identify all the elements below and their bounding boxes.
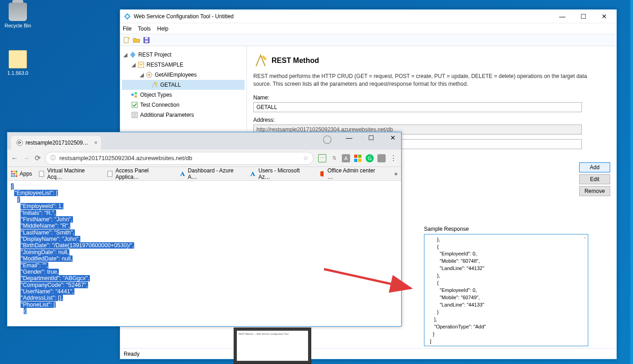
tree-root[interactable]: ◢ REST Project [122, 50, 245, 60]
sample-response-box[interactable]: ˄ }, { "EmployeeId": 0, "Mobile": "60748… [424, 234, 588, 346]
ext-icon-windows[interactable] [354, 154, 362, 162]
method-group-icon [146, 71, 153, 78]
bookmark-dashboard[interactable]: Dashboard - Azure A… [179, 167, 244, 180]
menu-file[interactable]: File [123, 26, 131, 32]
svg-point-28 [13, 175, 15, 177]
bookmark-label: Office Admin center … [327, 167, 382, 180]
reload-icon[interactable]: ⟳ [35, 154, 41, 162]
chrome-close-button[interactable]: ✕ [387, 134, 399, 144]
taskbar-preview[interactable]: REST Method — Web Service Configuration … [234, 328, 311, 364]
bookmark-vm[interactable]: Virtual Machine Acq… [38, 167, 100, 180]
back-icon[interactable]: ← [11, 154, 18, 162]
chrome-tabstrip[interactable]: ⟳ restsample2017102509… × ◯ — ☐ ✕ [7, 132, 401, 150]
tree-label: RESTSAMPLE [146, 62, 183, 68]
ext-icon-green-box[interactable]: ⋯ [318, 154, 326, 162]
ext-icon-a[interactable]: A [342, 154, 350, 162]
page-icon [38, 171, 45, 177]
menubar: File Tools Help [120, 23, 617, 34]
maximize-button[interactable]: ☐ [573, 10, 594, 23]
azure-icon [179, 171, 186, 177]
svg-rect-17 [354, 155, 357, 158]
titlebar[interactable]: Web Service Configuration Tool - Untitle… [120, 10, 617, 23]
remove-button[interactable]: Remove [579, 186, 610, 196]
project-icon [129, 51, 136, 58]
bookmark-label: Dashboard - Azure A… [188, 167, 244, 180]
tree-sample[interactable]: ◢ RESTSAMPLE [122, 60, 245, 70]
svg-point-29 [16, 175, 17, 177]
sample-icon [137, 61, 145, 68]
bookmark-users[interactable]: Users - Microsoft Az… [250, 167, 312, 180]
svg-rect-10 [135, 92, 137, 94]
additional-params-icon [131, 111, 138, 119]
name-label: Name: [253, 94, 610, 101]
edit-button[interactable]: Edit [579, 174, 610, 184]
tree-label: REST Project [138, 52, 171, 58]
ext-icon-flow[interactable]: ⇅ [330, 154, 338, 162]
svg-rect-5 [145, 37, 148, 39]
svg-point-27 [11, 175, 13, 177]
bookmark-apps[interactable]: Apps [11, 171, 32, 177]
bookmark-label: Access Panel Applica… [115, 167, 173, 180]
tree-getallemployees[interactable]: ◢ GetAllEmployees [122, 70, 245, 80]
svg-rect-31 [108, 171, 112, 177]
chrome-maximize-button[interactable]: ☐ [365, 134, 377, 144]
expand-arrow-icon[interactable]: ◢ [138, 72, 145, 78]
svg-rect-30 [39, 171, 44, 177]
chrome-menu-icon[interactable]: ⋮ [389, 154, 398, 162]
name-input[interactable] [253, 102, 582, 112]
expand-arrow-icon[interactable]: ◢ [130, 62, 136, 68]
bookmark-overflow[interactable]: » [394, 171, 398, 177]
tree-label: GetAllEmployees [155, 72, 197, 78]
scroll-up-icon[interactable]: ˄ [584, 236, 586, 243]
bookmark-office[interactable]: Office Admin center … [319, 167, 382, 180]
tab-close-icon[interactable]: × [94, 140, 97, 146]
office-icon [319, 171, 325, 177]
open-icon[interactable] [133, 36, 140, 44]
ext-icon-grammarly[interactable]: G [366, 154, 374, 162]
tree-getall[interactable]: GETALL [122, 80, 245, 90]
tree-object-types[interactable]: Object Types [122, 90, 245, 100]
chrome-minimize-button[interactable]: — [343, 134, 356, 144]
desktop-recycle-bin[interactable]: Recycle Bin [2, 3, 34, 28]
svg-rect-12 [132, 102, 137, 108]
page-icon [107, 171, 113, 177]
add-button[interactable]: Add [579, 162, 610, 172]
site-info-icon[interactable]: ⓘ [50, 154, 56, 162]
tree-additional-params[interactable]: Additional Parameters [122, 110, 245, 120]
omnibox[interactable]: ⓘ restsample20171025092304.azurewebsites… [45, 152, 314, 165]
new-icon[interactable] [123, 36, 130, 44]
side-buttons: Add Edit Remove [579, 162, 610, 196]
bookmark-label: Virtual Machine Acq… [47, 167, 100, 180]
chrome-viewport[interactable]: { "EmployeeList": [ { "EmployeeId": 1, "… [7, 181, 401, 326]
content-description: REST method performs the HTTP CRUD (GET … [253, 73, 605, 88]
desktop-folder[interactable]: 1.1.563.0 [2, 50, 34, 76]
svg-rect-11 [135, 95, 137, 98]
svg-point-22 [13, 171, 15, 172]
tree-label: Test Connection [140, 102, 179, 108]
save-icon[interactable] [143, 36, 150, 44]
svg-rect-19 [354, 159, 357, 162]
chrome-window: ⟳ restsample2017102509… × ◯ — ☐ ✕ ← → ⟳ … [7, 132, 402, 327]
status-text: Ready [124, 351, 140, 357]
chrome-user-icon[interactable]: ◯ [321, 134, 334, 144]
star-icon[interactable]: ☆ [303, 155, 309, 161]
chrome-tab[interactable]: ⟳ restsample2017102509… × [11, 136, 101, 150]
tree-label: Additional Parameters [140, 112, 194, 118]
svg-point-21 [11, 171, 13, 172]
bookmark-access[interactable]: Access Panel Applica… [107, 167, 173, 180]
menu-tools[interactable]: Tools [138, 26, 151, 32]
azure-icon [250, 171, 256, 177]
sample-response-label: Sample Response [424, 226, 588, 232]
address-label: Address: [253, 117, 610, 123]
ext-icon-grey[interactable] [377, 154, 386, 162]
statusbar: Ready [120, 348, 617, 359]
minimize-button[interactable]: — [552, 10, 573, 23]
menu-help[interactable]: Help [157, 26, 168, 32]
expand-arrow-icon[interactable]: ◢ [122, 52, 128, 58]
bookmark-label: Apps [20, 171, 32, 177]
close-button[interactable]: ✕ [594, 10, 615, 23]
toolbar [120, 34, 617, 46]
tree-test-connection[interactable]: Test Connection [122, 100, 245, 110]
desktop-icon-label: Recycle Bin [2, 23, 34, 28]
desktop-icon-label: 1.1.563.0 [2, 70, 34, 76]
